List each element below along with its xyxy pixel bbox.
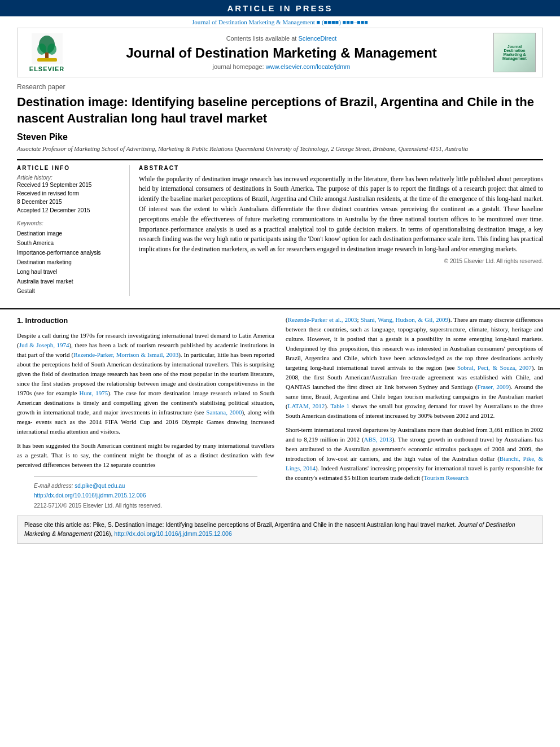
keyword-3: Importance-performance analysis <box>17 248 123 257</box>
fraser-ref[interactable]: Fraser, 2009 <box>477 383 509 390</box>
article-info-abstract-section: ARTICLE INFO Article history: Received 1… <box>17 159 543 296</box>
banner-text: ARTICLE IN PRESS <box>227 3 333 13</box>
citation-please-cite: Please cite this article as: Pike, S. De… <box>24 521 456 528</box>
journal-title-header: Journal of Destination Marketing & Manag… <box>69 45 493 61</box>
author-name: Steven Pike <box>17 132 543 142</box>
elsevier-logo-area: ELSEVIER <box>24 33 69 72</box>
sciencedirect-link[interactable]: ScienceDirect <box>298 35 336 42</box>
citation-bar: Please cite this article as: Pike, S. De… <box>17 516 543 544</box>
keywords-section: Keywords: Destination image South Americ… <box>17 220 123 296</box>
footnote-area: E-mail address: sd.pike@qut.edu.au http:… <box>34 477 257 510</box>
keyword-7: Gestalt <box>17 286 123 296</box>
homepage-link[interactable]: www.elsevier.com/locate/jdmm <box>266 63 351 70</box>
rezende-ref-2[interactable]: Rezende-Parker et al., 2003 <box>288 316 357 323</box>
abs-ref[interactable]: ABS, 2013 <box>364 436 392 443</box>
hunt-ref[interactable]: Hunt, 1975 <box>80 390 108 396</box>
journal-thumbnail: JournalDestinationMarketing &Management <box>493 33 536 72</box>
journal-header: ELSEVIER Contents lists available at Sci… <box>17 28 543 77</box>
keywords-label: Keywords: <box>17 220 123 226</box>
journal-header-center: Contents lists available at ScienceDirec… <box>69 35 493 70</box>
svg-rect-5 <box>37 58 57 62</box>
body-right-para-1: (Rezende-Parker et al., 2003; Shani, Wan… <box>286 315 543 421</box>
svg-point-4 <box>47 43 56 55</box>
svg-point-3 <box>37 43 46 55</box>
elsevier-tree-icon <box>32 33 63 64</box>
shani-ref[interactable]: Shani, Wang, Hudson, & Gil, 2009 <box>361 316 448 323</box>
keyword-1: Destination image <box>17 229 123 238</box>
article-info-col: ARTICLE INFO Article history: Received 1… <box>17 165 130 296</box>
abstract-text: While the popularity of destination imag… <box>139 174 543 255</box>
article-info-label: ARTICLE INFO <box>17 165 123 171</box>
body-right-para-2: Short-term international travel departur… <box>286 425 543 483</box>
contents-available-text: Contents lists available at ScienceDirec… <box>69 35 493 42</box>
section-type-label: Research paper <box>17 83 543 91</box>
jud-ref[interactable]: Jud & Joseph, 1974 <box>19 342 69 348</box>
article-title: Destination image: Identifying baseline … <box>17 94 543 126</box>
keyword-6: Australia travel market <box>17 277 123 286</box>
body-para-2: It has been suggested the South American… <box>17 441 274 470</box>
body-para-1: Despite a call during the 1970s for rese… <box>17 331 274 437</box>
body-content: 1. Introduction Despite a call during th… <box>17 315 543 510</box>
abstract-col: ABSTRACT While the popularity of destina… <box>139 165 543 296</box>
latam-ref[interactable]: LATAM, 2012 <box>288 403 325 409</box>
journal-link-bar: Journal of Destination Marketing & Manag… <box>0 16 560 28</box>
history-heading: Article history: <box>17 174 123 181</box>
author-email-link[interactable]: sd.pike@qut.edu.au <box>75 483 125 489</box>
bianchi-ref[interactable]: Bianchi, Pike, & Lings, 2014 <box>286 455 543 471</box>
keyword-2: South America <box>17 238 123 248</box>
received-revised-label: Received in revised form <box>17 189 123 198</box>
journal-homepage: journal homepage: www.elsevier.com/locat… <box>69 63 493 70</box>
citation-doi-link[interactable]: http://dx.doi.org/10.1016/j.jdmm.2015.12… <box>114 530 231 537</box>
elsevier-label: ELSEVIER <box>29 65 64 72</box>
table1-ref[interactable]: Table 1 <box>330 403 349 409</box>
abstract-label: ABSTRACT <box>139 165 543 171</box>
sobral-ref[interactable]: Sobral, Peci, & Souza, 2007 <box>457 364 532 371</box>
accepted-date: Accepted 12 December 2015 <box>17 206 123 215</box>
journal-link-text: Journal of Destination Marketing & Manag… <box>192 19 368 25</box>
keyword-4: Destination marketing <box>17 257 123 267</box>
abstract-copyright: © 2015 Elsevier Ltd. All rights reserved… <box>139 258 543 264</box>
history-section: Article history: Received 19 September 2… <box>17 174 123 215</box>
citation-year: (2016), <box>94 530 112 537</box>
main-content-area: Research paper Destination image: Identi… <box>17 77 543 302</box>
revised-date: 8 December 2015 <box>17 198 123 206</box>
footer-copyright: 2212-571X/© 2015 Elsevier Ltd. All right… <box>34 501 257 510</box>
body-divider <box>0 308 560 309</box>
tourism-research-ref[interactable]: Tourism Research <box>424 474 469 481</box>
keyword-5: Long haul travel <box>17 267 123 277</box>
body-left-col: 1. Introduction Despite a call during th… <box>17 315 274 510</box>
intro-heading: 1. Introduction <box>17 315 274 326</box>
author-affiliation: Associate Professor of Marketing School … <box>17 145 543 153</box>
article-in-press-banner: ARTICLE IN PRESS <box>0 0 560 16</box>
body-right-col: (Rezende-Parker et al., 2003; Shani, Wan… <box>286 315 543 510</box>
santana-ref[interactable]: Santana, 2000 <box>206 409 242 416</box>
email-footnote: E-mail address: sd.pike@qut.edu.au <box>34 482 257 491</box>
received-date: Received 19 September 2015 <box>17 181 123 189</box>
rezende-ref-1[interactable]: Rezende-Parker, Morrison & Ismail, 2003 <box>73 351 178 358</box>
doi-link[interactable]: http://dx.doi.org/10.1016/j.jdmm.2015.12… <box>34 492 146 499</box>
